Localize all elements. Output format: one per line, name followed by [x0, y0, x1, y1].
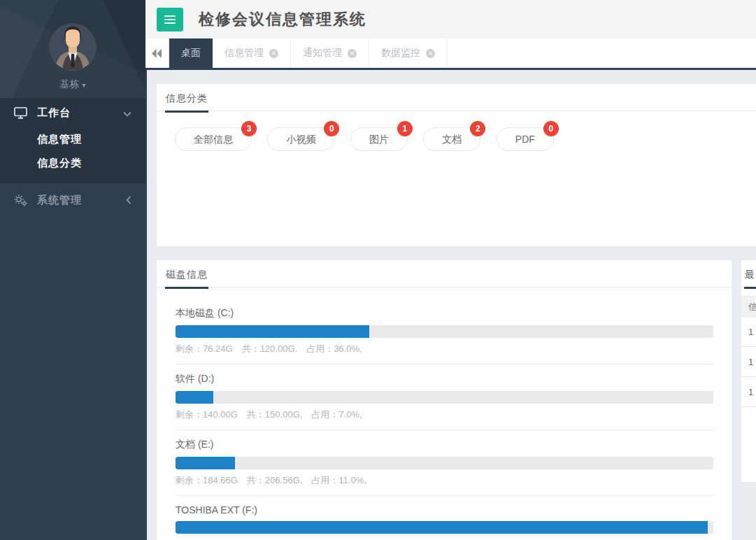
sidebar-item-workbench[interactable]: 工作台: [0, 98, 145, 127]
panel-title: 磁盘信息: [165, 260, 208, 289]
table-row[interactable]: 1: [741, 317, 756, 347]
disk-entry: TOSHIBA EXT (F:) 剩余：20.45G 共：1863.01G, 占…: [176, 496, 713, 540]
category-pill-button[interactable]: 图片 1: [350, 127, 408, 151]
category-pill-button[interactable]: 小视频 0: [267, 127, 334, 151]
disk-stats: 剩余：184.66G 共：206.56G, 占用：11.0%,: [176, 474, 713, 496]
count-badge: 3: [241, 121, 257, 136]
table-row[interactable]: 1: [741, 377, 756, 407]
panel-row: 磁盘信息 本地磁盘 (C:) 剩余：76.24G 共：120.00G, 占用：3…: [157, 260, 756, 540]
chevron-down-icon: [123, 107, 131, 119]
main-area: 检修会议信息管理系统 桌面 信息管理 × 通知管理: [145, 0, 756, 540]
category-pill-label: 全部信息: [194, 134, 233, 145]
sidebar-nav: 工作台 信息管理 信息分类: [0, 98, 145, 217]
tab-label: 信息管理: [224, 47, 264, 59]
tab[interactable]: 通知管理 ×: [291, 38, 369, 68]
category-pill-button[interactable]: 文档 2: [423, 127, 480, 151]
panel-title: 最: [744, 260, 756, 289]
page-title: 检修会议信息管理系统: [199, 9, 366, 30]
topbar: 检修会议信息管理系统: [145, 0, 756, 38]
disk-usage-bar: [176, 521, 713, 534]
submenu-item[interactable]: 信息管理: [0, 127, 145, 151]
tab-label: 桌面: [181, 47, 201, 59]
disk-name: TOSHIBA EXT (F:): [176, 504, 713, 516]
disk-name: 文档 (E:): [176, 439, 713, 451]
count-badge: 1: [397, 121, 413, 136]
table-header-cell: 信: [741, 296, 756, 317]
tab-bar: 桌面 信息管理 × 通知管理 × 数据监控 ×: [145, 38, 756, 70]
panel-header: 信息分类: [157, 84, 756, 111]
disk-usage-fill: [176, 391, 213, 404]
submenu-item[interactable]: 信息分类: [0, 151, 145, 175]
tabs-scroll-left-button[interactable]: [145, 38, 169, 68]
category-pill-label: PDF: [515, 134, 535, 145]
double-left-arrow-icon: [152, 49, 162, 58]
count-badge: 2: [470, 121, 485, 136]
tab[interactable]: 数据监控 ×: [369, 38, 448, 68]
tab-label: 数据监控: [381, 47, 420, 59]
sidebar-toggle-button[interactable]: [157, 8, 183, 31]
disk-stats: 剩余：140.00G 共：150.00G, 占用：7.0%,: [176, 408, 713, 430]
sidebar-item-label: 系统管理: [37, 194, 126, 207]
sidebar: 基栋▾ 工作台 信息管理 信息分类: [0, 0, 145, 540]
chevron-left-icon: [126, 194, 131, 206]
caret-down-icon: ▾: [82, 81, 85, 89]
category-pill-label: 小视频: [286, 134, 315, 145]
monitor-icon: [14, 107, 27, 119]
tab[interactable]: 信息管理 ×: [213, 38, 291, 68]
username-label: 基栋: [59, 78, 79, 90]
disk-entry: 文档 (E:) 剩余：184.66G 共：206.56G, 占用：11.0%,: [176, 430, 713, 496]
tab-label: 通知管理: [303, 47, 342, 59]
tab[interactable]: 桌面: [169, 38, 213, 68]
tab-close-icon[interactable]: ×: [348, 49, 357, 58]
disk-usage-bar: [176, 391, 713, 404]
panel-header: 磁盘信息: [157, 260, 732, 287]
avatar-person-illustration: [49, 23, 97, 71]
count-badge: 0: [543, 121, 559, 136]
disk-name: 软件 (D:): [176, 373, 713, 385]
panel-title: 信息分类: [165, 84, 208, 113]
disk-entry: 本地磁盘 (C:) 剩余：76.24G 共：120.00G, 占用：36.0%,: [176, 299, 713, 364]
submenu-workbench: 信息管理 信息分类: [0, 127, 145, 175]
content-area: 信息分类 全部信息 3 小视频 0: [145, 70, 756, 540]
avatar: [49, 23, 97, 71]
hamburger-icon: [164, 15, 176, 17]
disk-usage-bar: [176, 325, 713, 338]
disk-name: 本地磁盘 (C:): [176, 307, 713, 320]
category-pill-button[interactable]: PDF 0: [497, 127, 554, 151]
category-pill-label: 图片: [369, 134, 389, 145]
table-row[interactable]: 1: [741, 347, 756, 377]
nav-group-workbench: 工作台 信息管理 信息分类: [0, 98, 145, 183]
category-pill-list: 全部信息 3 小视频 0 图片 1: [157, 111, 756, 167]
disk-stats: 剩余：76.24G 共：120.00G, 占用：36.0%,: [176, 343, 713, 364]
disk-usage-fill: [176, 325, 369, 338]
panel-latest-info: 最 信 1 1 1: [741, 260, 756, 482]
app-window: 基栋▾ 工作台 信息管理 信息分类: [0, 0, 756, 540]
gears-icon: [14, 194, 27, 206]
tab-close-icon[interactable]: ×: [269, 49, 278, 58]
panel-disk-info: 磁盘信息 本地磁盘 (C:) 剩余：76.24G 共：120.00G, 占用：3…: [157, 260, 732, 540]
disk-usage-fill: [176, 521, 708, 534]
profile-section: 基栋▾: [0, 0, 145, 98]
tab-close-icon[interactable]: ×: [426, 49, 435, 58]
panel-header: 最: [741, 260, 756, 287]
sidebar-item-label: 工作台: [37, 106, 123, 120]
latest-table: 信 1 1 1: [741, 287, 756, 407]
category-pill-label: 文档: [442, 134, 462, 145]
disk-usage-fill: [176, 457, 235, 469]
disk-list: 本地磁盘 (C:) 剩余：76.24G 共：120.00G, 占用：36.0%,…: [157, 287, 732, 540]
disk-entry: 软件 (D:) 剩余：140.00G 共：150.00G, 占用：7.0%,: [176, 364, 713, 430]
disk-usage-bar: [176, 457, 713, 469]
sidebar-item-system[interactable]: 系统管理: [0, 183, 145, 217]
category-pill-button[interactable]: 全部信息 3: [175, 127, 252, 151]
count-badge: 0: [324, 121, 339, 136]
panel-info-category: 信息分类 全部信息 3 小视频 0: [157, 84, 756, 246]
user-dropdown[interactable]: 基栋▾: [59, 78, 85, 91]
